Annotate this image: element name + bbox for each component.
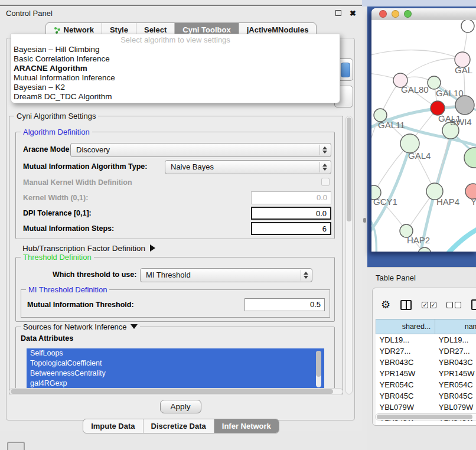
splitpane-handle[interactable] <box>363 218 366 223</box>
table-cell[interactable]: YIL052C <box>376 424 435 426</box>
tab-label: Infer Network <box>222 422 271 431</box>
table-row[interactable]: YBR045CYBR045C9. <box>376 390 476 402</box>
dropdown-item[interactable]: Dream8 DC_TDC Algorithm <box>11 92 340 102</box>
network-node[interactable] <box>455 96 474 115</box>
zoom-traffic-light[interactable] <box>404 10 412 18</box>
cyni-algorithm-settings-group: Cyni Algorithm Settings Algorithm Defini… <box>9 116 343 394</box>
table-cell[interactable]: YDL19... <box>376 334 435 345</box>
aracne-mode-select[interactable]: Discovery <box>70 143 331 157</box>
mi-steps-input[interactable]: 6 <box>251 222 331 235</box>
network-canvas[interactable]: GALGAL80GAL10GAL1GAL11SWI4GAL4GCY1HAP4YH… <box>371 20 476 252</box>
table-row[interactable]: YDL19...YDL19...13 <box>376 334 476 345</box>
node-label: GCY1 <box>373 197 397 207</box>
node-label: HAP2 <box>407 235 430 245</box>
table-row[interactable]: YER054CYER054C8. <box>376 379 476 390</box>
table-panel-title: Table Panel <box>367 268 476 282</box>
sources-legend[interactable]: Sources for Network Inference <box>21 322 140 331</box>
dpi-tolerance-label: DPI Tolerance [0,1]: <box>23 209 92 217</box>
close-icon[interactable]: ✖ <box>350 9 356 18</box>
float-window-icon[interactable] <box>335 10 341 16</box>
table-cell[interactable]: YDR27... <box>435 345 476 357</box>
attribute-item[interactable]: gal4RGexp <box>27 379 324 389</box>
node-label: GAL11 <box>378 120 405 130</box>
table-cell[interactable]: YIL052C <box>435 424 476 426</box>
mi-steps-label: Mutual Information Steps: <box>23 224 114 233</box>
apply-button[interactable]: Apply <box>160 400 201 413</box>
table-cell[interactable]: YDR27... <box>376 345 435 357</box>
close-traffic-light[interactable] <box>379 10 387 18</box>
table-row[interactable]: YIL052CYIL052C9 <box>376 424 476 426</box>
mi-threshold-value: 0.5 <box>310 300 321 309</box>
table-cell[interactable]: YBR043C <box>376 357 435 368</box>
table-row[interactable]: YDR27...YDR27...12 <box>376 345 476 357</box>
kernel-width-input[interactable]: 0.0 <box>251 191 331 204</box>
minimize-traffic-light[interactable] <box>392 10 399 18</box>
network-edge <box>445 226 476 252</box>
manual-kernel-checkbox[interactable] <box>321 178 330 186</box>
aracne-mode-value: Discovery <box>76 145 110 154</box>
tab-infer-network[interactable]: Infer Network <box>214 419 279 433</box>
cyni-settings-legend: Cyni Algorithm Settings <box>14 112 98 120</box>
table-cell[interactable]: YER054C <box>376 379 435 390</box>
table-panel-section: Table Panel ⚙ ✓✓ shared...name YDL19...Y… <box>367 267 476 450</box>
settings-vertical-scrollbar[interactable] <box>345 116 353 394</box>
mi-threshold-label: Mutual Information Threshold: <box>27 301 134 309</box>
table-toolbar: ⚙ ✓✓ <box>373 288 476 314</box>
deselect-all-checkboxes-icon[interactable] <box>446 302 461 308</box>
tab-label: Network <box>64 25 94 34</box>
mi-algorithm-type-select[interactable]: Naive Bayes <box>165 160 331 174</box>
attributes-scrollbar[interactable] <box>316 351 321 387</box>
dropdown-item[interactable]: Basic Correlation Inference <box>11 54 340 64</box>
table-cell[interactable]: YBR045C <box>435 390 476 402</box>
spinner-icon <box>319 162 330 172</box>
dpi-tolerance-input[interactable]: 0.0 <box>251 207 331 220</box>
dropdown-item[interactable]: Mutual Information Inference <box>11 73 340 83</box>
dropdown-item[interactable]: ARACNE Algorithm <box>11 64 340 73</box>
network-edge <box>371 50 462 60</box>
table-horizontal-scrollbar[interactable] <box>375 413 476 420</box>
which-threshold-value: MI Threshold <box>146 270 191 279</box>
table-cell[interactable]: YBR043C <box>435 357 476 368</box>
network-node[interactable] <box>461 20 474 32</box>
table-row[interactable]: YPR145WYPR145W9. <box>376 368 476 379</box>
table-cell[interactable]: YER054C <box>435 379 476 390</box>
table-cell[interactable]: YDL19... <box>435 334 476 345</box>
node-label: HAP4 <box>436 197 459 207</box>
mi-type-label: Mutual Information Algorithm Type: <box>23 162 147 171</box>
node-label: GAL80 <box>401 84 429 94</box>
node-label: GAL <box>455 65 472 75</box>
select-all-checkboxes-icon[interactable]: ✓✓ <box>422 302 436 308</box>
table-cell[interactable]: YBR045C <box>376 390 435 402</box>
mi-threshold-input[interactable]: 0.5 <box>244 298 325 311</box>
table-row[interactable]: YBL079WYBL079W <box>376 402 476 413</box>
mi-steps-value: 6 <box>322 224 327 233</box>
table-cell[interactable]: YPR145W <box>435 368 476 379</box>
columns-icon[interactable] <box>400 300 412 310</box>
document-icon[interactable] <box>471 299 476 310</box>
attribute-item[interactable]: SelfLoops <box>27 348 324 358</box>
tab-label: Select <box>144 25 167 34</box>
tab-discretize-data[interactable]: Discretize Data <box>144 419 214 433</box>
table-panel: ⚙ ✓✓ shared...name YDL19...YDL19...13YDR… <box>372 288 476 426</box>
column-header[interactable]: name <box>435 319 476 334</box>
collapse-arrow-icon <box>131 324 138 329</box>
minimized-panel-icon[interactable] <box>7 442 25 450</box>
which-threshold-select[interactable]: MI Threshold <box>140 268 312 282</box>
column-header[interactable]: shared... <box>376 319 435 334</box>
hub-definition-expander[interactable]: Hub/Transcription Factor Definition <box>22 244 155 253</box>
gear-icon[interactable]: ⚙ <box>381 299 390 310</box>
table-cell[interactable]: YBL079W <box>376 402 435 413</box>
data-attributes-label: Data Attributes <box>21 334 73 343</box>
table-cell[interactable]: YBL079W <box>435 402 476 413</box>
table-cell[interactable]: YPR145W <box>376 368 435 379</box>
attribute-item[interactable]: BetweennessCentrality <box>27 369 324 379</box>
network-node[interactable] <box>464 148 476 168</box>
table-row[interactable]: YBR043CYBR043C <box>376 357 476 368</box>
node-attribute-table: shared...name YDL19...YDL19...13YDR27...… <box>376 319 476 426</box>
tab-impute-data[interactable]: Impute Data <box>83 419 143 433</box>
settings-horizontal-scrollbar[interactable] <box>9 388 343 395</box>
dropdown-item[interactable]: Bayesian – Hill Climbing <box>11 45 340 54</box>
dropdown-item[interactable]: Bayesian – K2 <box>11 83 340 92</box>
network-node-gal10[interactable] <box>428 76 441 89</box>
attribute-item[interactable]: TopologicalCoefficient <box>27 358 324 369</box>
